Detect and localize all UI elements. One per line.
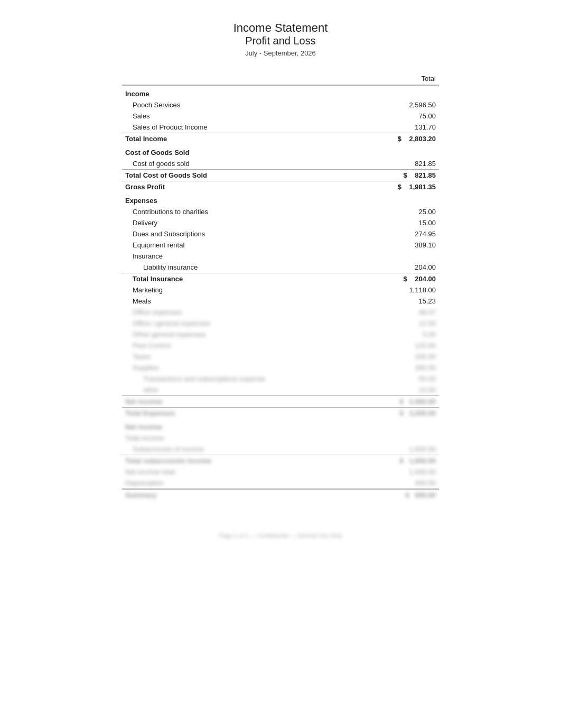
blurred-section-5-value: 1,000.00 [344, 466, 439, 477]
blurred-row-6-label: Supplies [122, 362, 344, 373]
total-insurance-row: Total Insurance $ 204.00 [122, 273, 439, 285]
blurred-section-2: Total income [122, 432, 439, 444]
list-item: other 10.00 [122, 384, 439, 396]
expenses-section-label: Expenses [122, 192, 439, 206]
blurred-row-3-label: Other general expenses [122, 329, 344, 340]
list-item: Equipment rental 389.10 [122, 239, 439, 251]
list-item: Pest Control 120.00 [122, 340, 439, 351]
gross-profit-row: Gross Profit $ 1,981.35 [122, 181, 439, 193]
blurred-row-4-value: 120.00 [344, 340, 439, 351]
insurance-label: Insurance [122, 251, 344, 262]
meals-label: Meals [122, 296, 344, 307]
list-item: Supplies 300.00 [122, 362, 439, 373]
blurred-section-6: Depreciation 450.00 [122, 477, 439, 489]
blurred-row-1-label: Office expenses [122, 307, 344, 318]
footer: Page 1 of 1 — Confidential — Internal Us… [122, 532, 439, 539]
list-item: Transactions and subscriptions expense 5… [122, 373, 439, 384]
total-insurance-label: Total Insurance [122, 273, 344, 285]
contributions-label: Contributions to charities [122, 206, 344, 217]
total-income-row: Total Income $ 2,803.20 [122, 133, 439, 145]
contributions-value: 25.00 [344, 206, 439, 217]
marketing-label: Marketing [122, 284, 344, 296]
list-item: Liability insurance 204.00 [122, 262, 439, 273]
dues-subscriptions-value: 274.95 [344, 228, 439, 239]
blurred-section-3-value: 1,600.00 [344, 444, 439, 455]
footer-text: Page 1 of 1 — Confidential — Internal Us… [219, 532, 342, 539]
list-item: Dues and Subscriptions 274.95 [122, 228, 439, 239]
list-item: Delivery 15.00 [122, 217, 439, 228]
blurred-section-3: Subaccounts of income 1,600.00 [122, 444, 439, 455]
blurred-row-1-value: 48.57 [344, 307, 439, 318]
delivery-value: 15.00 [344, 217, 439, 228]
sales-product-income-value: 131.70 [344, 122, 439, 133]
blurred-row-8-label: other [122, 384, 344, 396]
report-date-range: July - September, 2026 [122, 49, 439, 57]
list-item: Office / general expenses 12.00 [122, 318, 439, 329]
blurred-total-expenses-label: Total Expenses [122, 408, 344, 419]
income-label: Income [122, 85, 344, 99]
sales-value: 75.00 [344, 110, 439, 122]
blurred-row-3-value: 5.00 [344, 329, 439, 340]
list-item: Contributions to charities 25.00 [122, 206, 439, 217]
blurred-subtotal-row: Net income $ 2,400.00 [122, 396, 439, 408]
liability-insurance-value: 204.00 [344, 262, 439, 273]
equipment-rental-label: Equipment rental [122, 239, 344, 251]
pooch-services-label: Pooch Services [122, 99, 344, 110]
report-title2: Profit and Loss [122, 35, 439, 47]
list-item: Cost of goods sold 821.85 [122, 158, 439, 170]
dues-subscriptions-label: Dues and Subscriptions [122, 228, 344, 239]
list-item: Sales 75.00 [122, 110, 439, 122]
column-header-row: Total [122, 73, 439, 85]
delivery-label: Delivery [122, 217, 344, 228]
blurred-subtotal-value: $ 2,400.00 [344, 396, 439, 408]
blurred-row-7-label: Transactions and subscriptions expense [122, 373, 344, 384]
blurred-row-7-value: 55.00 [344, 373, 439, 384]
blurred-section-6-label: Depreciation [122, 477, 344, 489]
blurred-row-5-label: Taxes [122, 351, 344, 362]
list-item: Insurance [122, 251, 439, 262]
blurred-section-2-label: Total income [122, 432, 344, 444]
blurred-section-4-label: Total subaccounts income [122, 455, 344, 467]
blurred-section-7-value: $ 500.00 [344, 489, 439, 501]
list-item: Pooch Services 2,596.50 [122, 99, 439, 110]
total-column-header: Total [344, 73, 439, 85]
equipment-rental-value: 389.10 [344, 239, 439, 251]
total-cogs-label: Total Cost of Goods Sold [122, 170, 344, 181]
meals-value: 15.23 [344, 296, 439, 307]
total-insurance-value: $ 204.00 [344, 273, 439, 285]
marketing-value: 1,118.00 [344, 284, 439, 296]
blurred-subtotal-label: Net income [122, 396, 344, 408]
gross-profit-value: $ 1,981.35 [344, 181, 439, 193]
list-item: Other general expenses 5.00 [122, 329, 439, 340]
total-income-label: Total Income [122, 133, 344, 145]
blurred-section-5: Net income total 1,000.00 [122, 466, 439, 477]
sales-label: Sales [122, 110, 344, 122]
gross-profit-label: Gross Profit [122, 181, 344, 193]
list-item: Sales of Product Income 131.70 [122, 122, 439, 133]
blurred-section-1: Net income [122, 419, 439, 432]
total-cogs-value: $ 821.85 [344, 170, 439, 181]
empty-header-cell [122, 73, 344, 85]
list-item: Marketing 1,118.00 [122, 284, 439, 296]
cost-goods-sold-value: 821.85 [344, 158, 439, 170]
report-title1: Income Statement [122, 21, 439, 35]
blurred-row-5-value: 200.00 [344, 351, 439, 362]
blurred-row-8-value: 10.00 [344, 384, 439, 396]
list-item: Office expenses 48.57 [122, 307, 439, 318]
cogs-section-label: Cost of Goods Sold [122, 144, 439, 158]
blurred-row-2-value: 12.00 [344, 318, 439, 329]
blurred-section-7-label: Summary [122, 489, 344, 501]
blurred-section-2-value [344, 432, 439, 444]
blurred-section-4-value: $ 1,600.00 [344, 455, 439, 467]
blurred-total-expenses-row: Total Expenses $ 3,200.00 [122, 408, 439, 419]
list-item: Taxes 200.00 [122, 351, 439, 362]
cogs-label: Cost of Goods Sold [122, 144, 344, 158]
blurred-row-2-label: Office / general expenses [122, 318, 344, 329]
cost-goods-sold-label: Cost of goods sold [122, 158, 344, 170]
page-container: Income Statement Profit and Loss July - … [122, 21, 439, 539]
pooch-services-value: 2,596.50 [344, 99, 439, 110]
blurred-section-1-label: Net income [122, 419, 344, 432]
blurred-section-7: Summary $ 500.00 [122, 489, 439, 501]
blurred-section-4: Total subaccounts income $ 1,600.00 [122, 455, 439, 467]
blurred-section-5-label: Net income total [122, 466, 344, 477]
